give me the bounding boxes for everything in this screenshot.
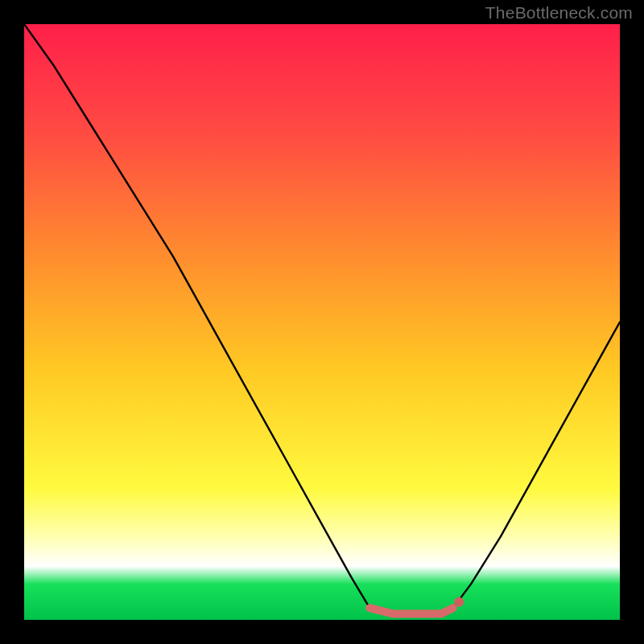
chart-frame: TheBottleneck.com (0, 0, 644, 644)
chart-plot-area (24, 24, 620, 620)
bottleneck-curve (24, 24, 620, 620)
curve-line (24, 24, 620, 614)
optimal-marker-dot (454, 597, 464, 607)
optimal-marker (369, 608, 453, 613)
watermark-text: TheBottleneck.com (485, 3, 633, 23)
